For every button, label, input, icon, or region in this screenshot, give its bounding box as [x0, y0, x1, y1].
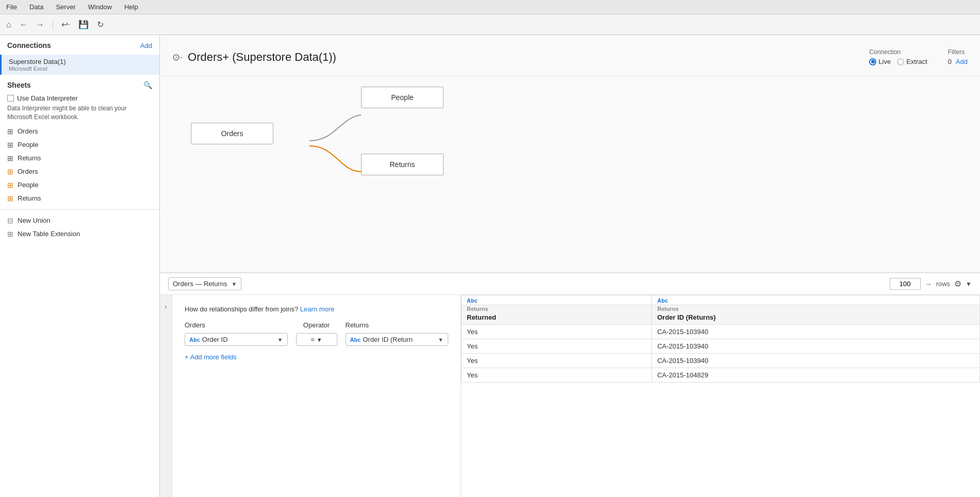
- new-union-action[interactable]: ⊟ New Union: [0, 214, 159, 227]
- sheet-item-orders[interactable]: ⊞ Orders: [0, 125, 159, 138]
- filters-label: Filters: [948, 48, 965, 56]
- col-source-returned: Returns: [462, 305, 651, 312]
- col-type-returned: Abc: [462, 295, 651, 305]
- collapse-button[interactable]: ‹: [160, 295, 172, 497]
- home-icon: ⌂: [6, 20, 11, 29]
- refresh-button[interactable]: ↻: [95, 19, 106, 30]
- data-interpreter-row: Use Data Interpreter: [7, 94, 152, 102]
- connection-label: Connection: [869, 48, 927, 56]
- rel-field-orders[interactable]: Abc Order ID ▼: [185, 333, 288, 346]
- menu-file[interactable]: File: [4, 2, 19, 12]
- operator-dropdown-icon: ▼: [317, 337, 322, 343]
- save-button[interactable]: 💾: [76, 19, 91, 30]
- sheet-name: Orders: [18, 168, 38, 175]
- table-extension-icon: ⊞: [7, 230, 13, 238]
- learn-more-link[interactable]: Learn more: [300, 305, 334, 313]
- search-icon: 🔍: [143, 81, 152, 89]
- rel-returns-header: Returns: [346, 321, 449, 329]
- sheets-search-button[interactable]: 🔍: [143, 81, 152, 89]
- field-name-returns: Order ID (Return: [363, 336, 436, 343]
- col-name-returned: Returned: [462, 312, 651, 324]
- menu-server[interactable]: Server: [54, 2, 77, 12]
- bottom-content: ‹ How do relationships differ from joins…: [160, 295, 980, 497]
- menu-help[interactable]: Help: [122, 2, 140, 12]
- rel-field-returns[interactable]: Abc Order ID (Return ▼: [346, 333, 449, 346]
- orders-table-box[interactable]: Orders: [191, 123, 273, 144]
- add-fields-label: + Add more fields: [185, 353, 237, 361]
- home-button[interactable]: ⌂: [4, 19, 13, 30]
- sheet-item-people-joined[interactable]: ⊞ People: [0, 178, 159, 192]
- datasource-title: Orders+ (Superstore Data(1)): [188, 51, 336, 64]
- table-body: Yes CA-2015-103940 Yes CA-2015-103940 Ye…: [462, 325, 980, 383]
- rel-orders-header: Orders: [185, 321, 288, 329]
- add-fields-button[interactable]: + Add more fields: [185, 351, 237, 363]
- returns-table-label: Returns: [389, 160, 415, 169]
- rel-field-row: Abc Order ID ▼ = ▼ Abc Order ID (Return …: [185, 333, 448, 346]
- sheet-item-orders-joined[interactable]: ⊞ Orders: [0, 165, 159, 178]
- extract-radio-circle: [897, 58, 904, 65]
- sheet-item-returns-joined[interactable]: ⊞ Returns: [0, 192, 159, 205]
- sheets-header: Sheets 🔍: [0, 76, 159, 91]
- data-interpreter-checkbox[interactable]: [7, 95, 14, 102]
- rows-label: rows: [936, 280, 950, 288]
- connection-type: Microsoft Excel: [9, 65, 152, 72]
- field-type-orders: Abc: [189, 337, 200, 343]
- sheets-title: Sheets: [7, 81, 31, 89]
- filters-add-link[interactable]: Add: [956, 58, 968, 65]
- diagram-container: Orders People Returns: [191, 87, 552, 200]
- extract-radio[interactable]: Extract: [897, 58, 927, 65]
- grid-icon: ⊞: [7, 127, 13, 136]
- dropdown-arrow-icon: ▼: [231, 281, 237, 287]
- sheet-list: ⊞ Orders ⊞ People ⊞ Returns ⊞ Orders ⊞ P…: [0, 125, 159, 497]
- forward-icon: →: [36, 20, 44, 29]
- table-selector[interactable]: Orders — Returns ▼: [168, 277, 241, 290]
- sheet-item-returns[interactable]: ⊞ Returns: [0, 152, 159, 165]
- new-table-extension-action[interactable]: ⊞ New Table Extension: [0, 227, 159, 241]
- canvas-area[interactable]: Orders People Returns: [160, 76, 980, 272]
- sidebar: Connections Add Superstore Data(1) Micro…: [0, 35, 160, 497]
- settings-button[interactable]: ⚙: [954, 279, 961, 289]
- data-interpreter-label: Use Data Interpreter: [17, 94, 78, 102]
- returns-table-box[interactable]: Returns: [361, 154, 444, 175]
- filters-row: 0 Add: [948, 58, 968, 65]
- menu-window[interactable]: Window: [86, 2, 114, 12]
- cell-orderid-1: CA-2015-103940: [652, 339, 980, 354]
- datasource-icon: ⊙·: [172, 52, 183, 63]
- refresh-icon: ↻: [97, 20, 104, 29]
- data-grid: Abc Returns Returned Abc Returns Order I…: [461, 295, 980, 497]
- joined-icon: ⊞: [7, 194, 13, 203]
- table-selector-label: Orders — Returns: [173, 280, 227, 288]
- field-dropdown-returns-icon: ▼: [438, 337, 444, 343]
- datasource-header: ⊙· Orders+ (Superstore Data(1)) Connecti…: [160, 35, 980, 76]
- connection-options: Connection Live Extract: [869, 48, 927, 65]
- rows-arrow-button[interactable]: →: [925, 280, 932, 288]
- back-icon: ←: [20, 20, 28, 29]
- rel-operator-selector[interactable]: = ▼: [296, 333, 337, 346]
- people-table-box[interactable]: People: [361, 87, 444, 108]
- live-radio[interactable]: Live: [869, 58, 891, 65]
- undo-button[interactable]: ↩·: [59, 19, 72, 30]
- table-row: Yes CA-2015-103940: [462, 354, 980, 368]
- menu-data[interactable]: Data: [27, 2, 45, 12]
- rows-input[interactable]: [890, 278, 921, 290]
- content-area: ⊙· Orders+ (Superstore Data(1)) Connecti…: [160, 35, 980, 497]
- union-icon: ⊟: [7, 217, 13, 225]
- back-button[interactable]: ←: [18, 19, 30, 30]
- rel-operator-header: Operator: [296, 321, 337, 329]
- sidebar-divider: [0, 209, 159, 210]
- forward-button[interactable]: →: [34, 19, 46, 30]
- connection-item[interactable]: Superstore Data(1) Microsoft Excel: [0, 55, 159, 75]
- toolbar: ⌂ ← → ↩· 💾 ↻: [0, 14, 980, 35]
- field-type-returns: Abc: [350, 337, 361, 343]
- expand-button[interactable]: ▼: [966, 280, 972, 288]
- sheet-name: People: [18, 181, 38, 189]
- rows-controls: → rows ⚙ ▼: [890, 278, 972, 290]
- sheet-name: People: [18, 141, 38, 148]
- sheet-item-people[interactable]: ⊞ People: [0, 138, 159, 152]
- datasource-options: Connection Live Extract Filters: [869, 48, 968, 65]
- new-union-label: New Union: [18, 217, 51, 224]
- add-connection-link[interactable]: Add: [140, 42, 152, 49]
- sheet-name: Returns: [18, 154, 41, 162]
- field-name-orders: Order ID: [202, 336, 275, 343]
- table-row: Yes CA-2015-104829: [462, 368, 980, 383]
